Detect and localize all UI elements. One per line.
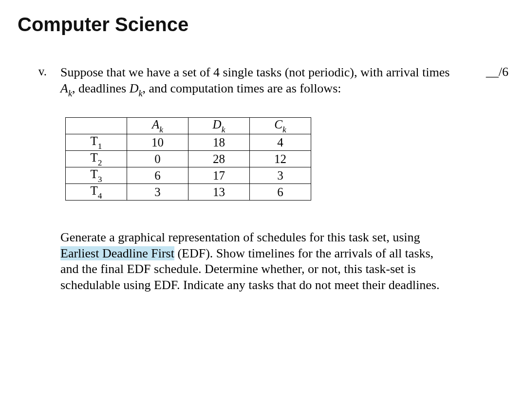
symbol-Dk: Dk <box>130 81 143 95</box>
question-instructions: Generate a graphical representation of s… <box>60 230 457 293</box>
cell-C: 12 <box>250 151 311 167</box>
highlight-edf: Earliest Deadline First <box>60 246 174 260</box>
header-blank <box>66 118 127 134</box>
row-label: T3 <box>66 167 127 184</box>
table-row: T3 6 17 3 <box>66 167 311 184</box>
question-block: v. Suppose that we have a set of 4 singl… <box>18 65 508 293</box>
instr-2: (EDF). Show timelines for the arrivals o… <box>174 246 433 260</box>
table-row: T4 3 13 6 <box>66 184 311 201</box>
question-body: Suppose that we have a set of 4 single t… <box>60 65 457 293</box>
question-number: v. <box>18 65 47 293</box>
cell-D: 18 <box>188 134 250 151</box>
header-Ak: Ak <box>127 118 188 134</box>
cell-A: 6 <box>127 167 188 184</box>
intro-text-1: Suppose that we have a set of 4 single t… <box>60 65 450 79</box>
cell-D: 13 <box>188 184 250 201</box>
table-row: T2 0 28 12 <box>66 151 311 167</box>
symbol-Ak: Ak <box>60 81 72 95</box>
cell-A: 3 <box>127 184 188 201</box>
instr-3: and the final EDF schedule. Determine wh… <box>60 262 439 292</box>
header-Ck: Ck <box>250 118 311 134</box>
question-intro: Suppose that we have a set of 4 single t… <box>60 65 457 98</box>
cell-C: 4 <box>250 134 311 151</box>
row-label: T2 <box>66 151 127 167</box>
cell-C: 3 <box>250 167 311 184</box>
question-points: __/6 <box>470 65 508 293</box>
cell-C: 6 <box>250 184 311 201</box>
instr-1: Generate a graphical representation of s… <box>60 230 420 244</box>
cell-A: 10 <box>127 134 188 151</box>
task-table: Ak Dk Ck T1 10 18 4 T2 0 28 12 T3 6 17 3 <box>65 117 311 201</box>
intro-text-2: , deadlines <box>72 81 130 95</box>
header-Dk: Dk <box>188 118 250 134</box>
table-header-row: Ak Dk Ck <box>66 118 311 134</box>
cell-D: 17 <box>188 167 250 184</box>
cell-A: 0 <box>127 151 188 167</box>
row-label: T1 <box>66 134 127 151</box>
row-label: T4 <box>66 184 127 201</box>
intro-text-3: , and computation times are as follows: <box>143 81 341 95</box>
cell-D: 28 <box>188 151 250 167</box>
page-title: Computer Science <box>18 14 508 36</box>
table-row: T1 10 18 4 <box>66 134 311 151</box>
